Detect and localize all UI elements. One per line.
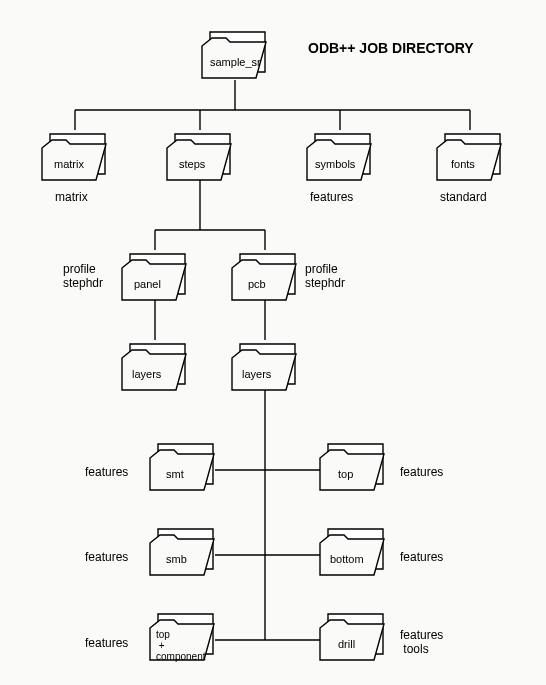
folder-label: top: [338, 468, 353, 480]
folder-label: symbols: [315, 158, 356, 170]
file-label-symbols: features: [310, 190, 353, 204]
file-label-top: features: [400, 465, 443, 479]
diagram-canvas: sample_sr matrix steps symbols fonts pan…: [0, 0, 546, 685]
file-label-bottom: features: [400, 550, 443, 564]
folder-label: matrix: [54, 158, 84, 170]
folder-label: fonts: [451, 158, 475, 170]
file-label-drill: features tools: [400, 628, 443, 657]
folder-pcb: pcb: [232, 254, 296, 300]
folder-label: smb: [166, 553, 187, 565]
folder-label: layers: [242, 368, 272, 380]
folder-panel: panel: [122, 254, 186, 300]
folder-label: panel: [134, 278, 161, 290]
file-label-fonts: standard: [440, 190, 487, 204]
folder-label: pcb: [248, 278, 266, 290]
folder-fonts: fonts: [437, 134, 501, 180]
diagram-title: ODB++ JOB DIRECTORY: [308, 40, 474, 56]
file-label-smt: features: [85, 465, 128, 479]
folder-smt: smt: [150, 444, 214, 490]
file-label-matrix: matrix: [55, 190, 88, 204]
folder-label: drill: [338, 638, 355, 650]
folder-drill: drill: [320, 614, 384, 660]
file-label-smb: features: [85, 550, 128, 564]
folder-label: bottom: [330, 553, 364, 565]
file-label-topcomp: features: [85, 636, 128, 650]
folder-label: sample_sr: [210, 56, 261, 68]
folder-smb: smb: [150, 529, 214, 575]
folder-top: top: [320, 444, 384, 490]
folder-bottom: bottom: [320, 529, 384, 575]
folder-steps: steps: [167, 134, 231, 180]
file-label-pcb: profile stephdr: [305, 262, 345, 291]
folder-label: steps: [179, 158, 206, 170]
folder-top-component: top +component: [150, 614, 214, 662]
folder-sample-sr: sample_sr: [202, 32, 266, 78]
folder-layers-panel: layers: [122, 344, 186, 390]
folder-label: smt: [166, 468, 184, 480]
folder-symbols: symbols: [307, 134, 371, 180]
folder-label: layers: [132, 368, 162, 380]
folder-matrix: matrix: [42, 134, 106, 180]
folder-layers-pcb: layers: [232, 344, 296, 390]
file-label-panel: profile stephdr: [63, 262, 103, 291]
